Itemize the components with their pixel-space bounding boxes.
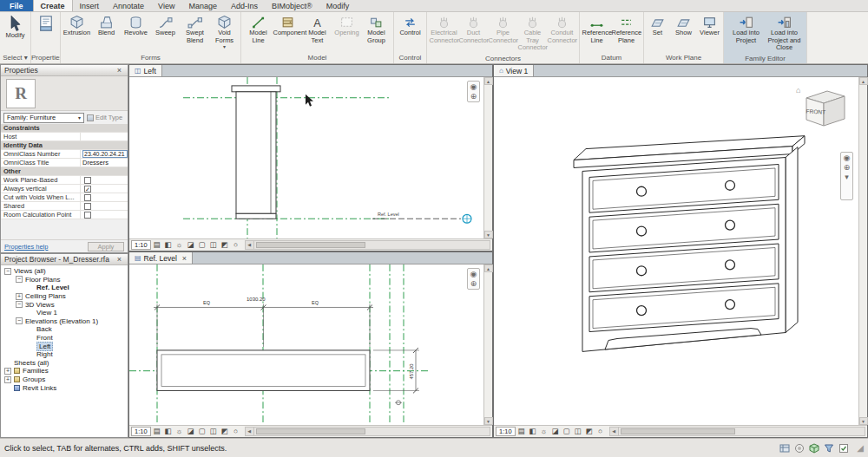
void-forms-dropdown-icon[interactable]: ▾ bbox=[223, 44, 226, 49]
nav-expand-icon[interactable]: ▾ bbox=[845, 173, 849, 181]
model-group-button[interactable]: Model Group bbox=[362, 14, 391, 45]
component-button[interactable]: Component bbox=[273, 14, 303, 38]
view-cube[interactable]: ⌂ FRONT bbox=[794, 82, 852, 133]
plan-canvas[interactable]: EQ EQ 1030.20 457.20 ◉ ⊕ bbox=[129, 264, 483, 425]
collapse-icon[interactable]: − bbox=[16, 276, 23, 283]
model-text-button[interactable]: Model Text bbox=[303, 14, 332, 45]
scale-selector[interactable]: 1:10 bbox=[131, 240, 151, 250]
detail-level-icon[interactable]: ▤ bbox=[516, 427, 527, 436]
expand-icon[interactable]: + bbox=[4, 368, 11, 375]
editable-only-icon[interactable] bbox=[809, 443, 819, 454]
opening-button[interactable]: Opening bbox=[332, 14, 362, 38]
void-forms-button[interactable]: Void Forms▾ bbox=[210, 14, 240, 50]
scroll-up-icon[interactable]: ▲ bbox=[859, 77, 868, 85]
vertical-scrollbar[interactable]: ▲ ▼ bbox=[483, 264, 492, 425]
tab-insert[interactable]: Insert bbox=[73, 0, 107, 11]
tree-item-left[interactable]: Left bbox=[1, 342, 128, 350]
identity-data-section-header[interactable]: Identity Data bbox=[1, 141, 128, 150]
expand-icon[interactable]: + bbox=[16, 293, 23, 300]
reference-plane-button[interactable]: Reference Plane bbox=[612, 14, 641, 45]
tree-item-revit-links[interactable]: Revit Links bbox=[1, 383, 128, 392]
tree-item-ceiling-plans[interactable]: +Ceiling Plans bbox=[1, 292, 128, 301]
shadows-icon[interactable]: ◪ bbox=[186, 240, 196, 250]
crop-region-visibility-icon[interactable]: ◫ bbox=[208, 427, 219, 436]
shadows-icon[interactable]: ◪ bbox=[186, 427, 196, 436]
reveal-hidden-elements-icon[interactable]: ○ bbox=[595, 427, 606, 436]
conduit-connector-button[interactable]: Conduit Connector bbox=[548, 14, 577, 45]
crop-region-visibility-icon[interactable]: ◫ bbox=[208, 240, 219, 250]
elevation-canvas[interactable]: Ref. Level ◉ ⊕ bbox=[129, 77, 483, 238]
horizontal-scrollbar[interactable]: ◀ bbox=[609, 427, 865, 436]
home-icon[interactable]: ⌂ bbox=[796, 86, 800, 95]
collapse-icon[interactable]: − bbox=[4, 268, 11, 275]
tab-addins[interactable]: Add-Ins bbox=[224, 0, 265, 11]
crop-region-visibility-icon[interactable]: ◫ bbox=[573, 427, 583, 436]
control-button[interactable]: Control bbox=[396, 14, 425, 38]
tree-item-3d-views[interactable]: −3D Views bbox=[1, 300, 128, 309]
sweep-button[interactable]: Sweep bbox=[151, 14, 181, 38]
worksets-icon[interactable] bbox=[779, 443, 790, 454]
vertical-scrollbar[interactable]: ▲ ▼ bbox=[483, 77, 492, 238]
select-toggle-icon[interactable] bbox=[838, 443, 849, 454]
tree-item-view-1[interactable]: View 1 bbox=[1, 309, 128, 317]
resize-grip[interactable]: ◢ bbox=[857, 443, 864, 453]
cut-with-voids-checkbox[interactable] bbox=[84, 194, 91, 201]
sun-path-icon[interactable]: ☼ bbox=[174, 240, 185, 250]
swept-blend-button[interactable]: Swept Blend bbox=[181, 14, 210, 45]
visual-style-icon[interactable]: ◧ bbox=[163, 427, 174, 436]
work-plane-based-checkbox[interactable] bbox=[84, 177, 91, 184]
show-work-plane-button[interactable]: Show bbox=[671, 14, 697, 38]
properties-button[interactable] bbox=[31, 14, 60, 33]
reveal-hidden-elements-icon[interactable]: ○ bbox=[231, 427, 241, 436]
revolve-button[interactable]: Revolve bbox=[122, 14, 151, 38]
temporary-hide-isolate-icon[interactable]: ◩ bbox=[220, 427, 230, 436]
load-into-project-and-close-button[interactable]: Load into Project and Close bbox=[766, 14, 804, 53]
electrical-connector-button[interactable]: Electrical Connector bbox=[430, 14, 459, 45]
reveal-hidden-elements-icon[interactable]: ○ bbox=[231, 240, 241, 250]
tree-item-back[interactable]: Back bbox=[1, 325, 128, 334]
scroll-left-icon[interactable]: ◀ bbox=[246, 241, 254, 249]
type-selector-dropdown[interactable]: Family: Furniture ▾ bbox=[3, 113, 84, 123]
scale-selector[interactable]: 1:10 bbox=[131, 427, 151, 436]
tree-item-families[interactable]: +Families bbox=[1, 367, 128, 375]
horizontal-scrollbar[interactable]: ◀ bbox=[245, 240, 490, 250]
scroll-down-icon[interactable]: ▼ bbox=[859, 417, 868, 425]
properties-help-link[interactable]: Properties help bbox=[4, 243, 48, 251]
scroll-down-icon[interactable]: ▼ bbox=[484, 231, 493, 238]
extrusion-button[interactable]: Extrusion bbox=[62, 14, 92, 38]
vertical-scrollbar[interactable]: ▲ ▼ bbox=[858, 77, 867, 425]
scroll-left-icon[interactable]: ◀ bbox=[610, 428, 619, 435]
blend-button[interactable]: Blend bbox=[92, 14, 122, 38]
edit-type-button[interactable]: Edit Type bbox=[87, 113, 125, 123]
other-section-header[interactable]: Other bbox=[1, 167, 128, 176]
3d-canvas[interactable]: ⌂ FRONT ◉ ⊕ ▾ bbox=[494, 77, 858, 425]
constraints-section-header[interactable]: Constraints bbox=[1, 124, 128, 133]
shared-checkbox[interactable] bbox=[84, 203, 91, 210]
tree-item-front[interactable]: Front bbox=[1, 334, 128, 343]
zoom-icon[interactable]: ⊕ bbox=[470, 92, 477, 101]
tree-item-floor-plans[interactable]: −Floor Plans bbox=[1, 276, 128, 284]
model-line-button[interactable]: Model Line bbox=[244, 14, 273, 45]
tab-annotate[interactable]: Annotate bbox=[106, 0, 151, 11]
view-tab-left[interactable]: ◫ Left bbox=[129, 65, 162, 76]
detail-level-icon[interactable]: ▤ bbox=[152, 427, 162, 436]
scrollbar-thumb[interactable] bbox=[256, 428, 366, 434]
zoom-icon[interactable]: ⊕ bbox=[470, 279, 477, 288]
zoom-icon[interactable]: ⊕ bbox=[844, 163, 851, 172]
tree-item-views-all[interactable]: −Views (all) bbox=[1, 267, 128, 276]
tree-item-sheets[interactable]: Sheets (all) bbox=[1, 359, 128, 368]
filter-icon[interactable] bbox=[824, 443, 834, 454]
scroll-up-icon[interactable]: ▲ bbox=[484, 77, 493, 85]
detail-level-icon[interactable]: ▤ bbox=[152, 240, 162, 250]
crop-view-icon[interactable]: ▢ bbox=[197, 240, 207, 250]
crop-view-icon[interactable]: ▢ bbox=[197, 427, 207, 436]
select-panel-label[interactable]: Select ▾ bbox=[0, 52, 30, 63]
tab-view[interactable]: View bbox=[151, 0, 181, 11]
tree-item-groups[interactable]: +Groups bbox=[1, 375, 128, 384]
tab-manage[interactable]: Manage bbox=[181, 0, 224, 11]
tree-item-elevations[interactable]: −Elevations (Elevation 1) bbox=[1, 317, 128, 326]
pipe-connector-button[interactable]: Pipe Connector bbox=[489, 14, 518, 45]
always-vertical-checkbox[interactable]: ✓ bbox=[84, 186, 91, 193]
sun-path-icon[interactable]: ☼ bbox=[539, 427, 549, 436]
room-calculation-point-checkbox[interactable] bbox=[84, 212, 91, 219]
